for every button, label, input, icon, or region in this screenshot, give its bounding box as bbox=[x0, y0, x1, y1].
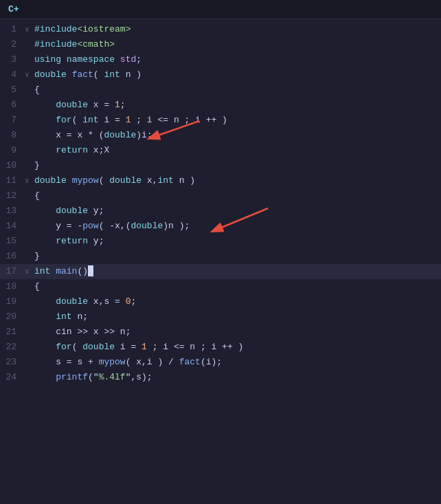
line-number: 23 bbox=[0, 355, 25, 370]
line-content: double x = 1; bbox=[34, 98, 441, 113]
code-line: 9 return x;X bbox=[0, 143, 441, 158]
line-number: 21 bbox=[0, 325, 25, 340]
line-content: printf("%.4lf",s); bbox=[34, 370, 441, 385]
line-content: { bbox=[34, 83, 441, 98]
line-content: int n; bbox=[34, 309, 441, 325]
line-content: for( double i = 1 ; i <= n ; i ++ ) bbox=[34, 340, 441, 355]
title-bar: C+ bbox=[0, 0, 441, 19]
code-line: 10 } bbox=[0, 158, 441, 173]
line-number: 11 bbox=[0, 173, 25, 188]
line-content: { bbox=[34, 188, 441, 204]
line-content: double y; bbox=[34, 204, 441, 219]
code-line: 8 x = x * (double)i; bbox=[0, 128, 441, 143]
line-number: 19 bbox=[0, 294, 25, 309]
line-number: 20 bbox=[0, 309, 25, 325]
code-line: 19 double x,s = 0; bbox=[0, 294, 441, 309]
line-number: 24 bbox=[0, 370, 25, 385]
line-number: 1 bbox=[0, 22, 25, 37]
code-line: 16 } bbox=[0, 249, 441, 264]
code-line: 18 { bbox=[0, 279, 441, 294]
code-line: 2 #include<cmath> bbox=[0, 37, 441, 52]
line-content: } bbox=[34, 158, 441, 173]
code-line: 13 double y; bbox=[0, 204, 441, 219]
line-number: 2 bbox=[0, 37, 25, 52]
collapse-arrow[interactable]: ∨ bbox=[25, 67, 34, 83]
code-line: 17∨int main() bbox=[0, 264, 441, 279]
collapse-arrow[interactable]: ∨ bbox=[25, 264, 34, 279]
code-line: 23 s = s + mypow( x,i ) / fact(i); bbox=[0, 355, 441, 370]
line-number: 22 bbox=[0, 340, 25, 355]
code-line: 3 using namespace std; bbox=[0, 52, 441, 67]
line-number: 17 bbox=[0, 264, 25, 279]
file-type-icon: C+ bbox=[8, 4, 19, 14]
line-content: double mypow( double x,int n ) bbox=[34, 173, 441, 188]
code-line: 20 int n; bbox=[0, 309, 441, 325]
line-number: 4 bbox=[0, 67, 25, 83]
code-line: 15 return y; bbox=[0, 234, 441, 249]
code-line: 5 { bbox=[0, 83, 441, 98]
collapse-arrow[interactable]: ∨ bbox=[25, 173, 34, 188]
code-line: 24 printf("%.4lf",s); bbox=[0, 370, 441, 385]
line-content: double x,s = 0; bbox=[34, 294, 441, 309]
line-number: 6 bbox=[0, 98, 25, 113]
code-line: 12 { bbox=[0, 188, 441, 204]
line-content: } bbox=[34, 249, 441, 264]
line-content: cin >> x >> n; bbox=[34, 325, 441, 340]
line-content: x = x * (double)i; bbox=[34, 128, 441, 143]
code-line: 11∨double mypow( double x,int n ) bbox=[0, 173, 441, 188]
line-content: #include<iostream> bbox=[34, 22, 441, 37]
line-content: double fact( int n ) bbox=[34, 67, 441, 83]
line-number: 16 bbox=[0, 249, 25, 264]
line-number: 8 bbox=[0, 128, 25, 143]
code-line: 14 y = -pow( -x,(double)n ); bbox=[0, 219, 441, 234]
text-cursor bbox=[88, 265, 93, 276]
line-number: 12 bbox=[0, 188, 25, 204]
line-number: 15 bbox=[0, 234, 25, 249]
collapse-arrow[interactable]: ∨ bbox=[25, 22, 34, 37]
line-content: return x;X bbox=[34, 143, 441, 158]
code-line: 1∨#include<iostream> bbox=[0, 22, 441, 37]
code-line: 7 for( int i = 1 ; i <= n ; i ++ ) bbox=[0, 113, 441, 128]
code-line: 21 cin >> x >> n; bbox=[0, 325, 441, 340]
line-content: y = -pow( -x,(double)n ); bbox=[34, 219, 441, 234]
line-number: 13 bbox=[0, 204, 25, 219]
code-area: 1∨#include<iostream>2 #include<cmath>3 u… bbox=[0, 19, 441, 388]
line-number: 9 bbox=[0, 143, 25, 158]
line-number: 10 bbox=[0, 158, 25, 173]
code-line: 22 for( double i = 1 ; i <= n ; i ++ ) bbox=[0, 340, 441, 355]
code-line: 6 double x = 1; bbox=[0, 98, 441, 113]
line-number: 7 bbox=[0, 113, 25, 128]
line-content: #include<cmath> bbox=[34, 37, 441, 52]
line-number: 14 bbox=[0, 219, 25, 234]
line-content: s = s + mypow( x,i ) / fact(i); bbox=[34, 355, 441, 370]
line-content: { bbox=[34, 279, 441, 294]
line-content: for( int i = 1 ; i <= n ; i ++ ) bbox=[34, 113, 441, 128]
line-number: 5 bbox=[0, 83, 25, 98]
line-content: return y; bbox=[34, 234, 441, 249]
line-content: int main() bbox=[34, 264, 441, 279]
line-content: using namespace std; bbox=[34, 52, 441, 67]
line-number: 18 bbox=[0, 279, 25, 294]
code-line: 4∨double fact( int n ) bbox=[0, 67, 441, 83]
line-number: 3 bbox=[0, 52, 25, 67]
